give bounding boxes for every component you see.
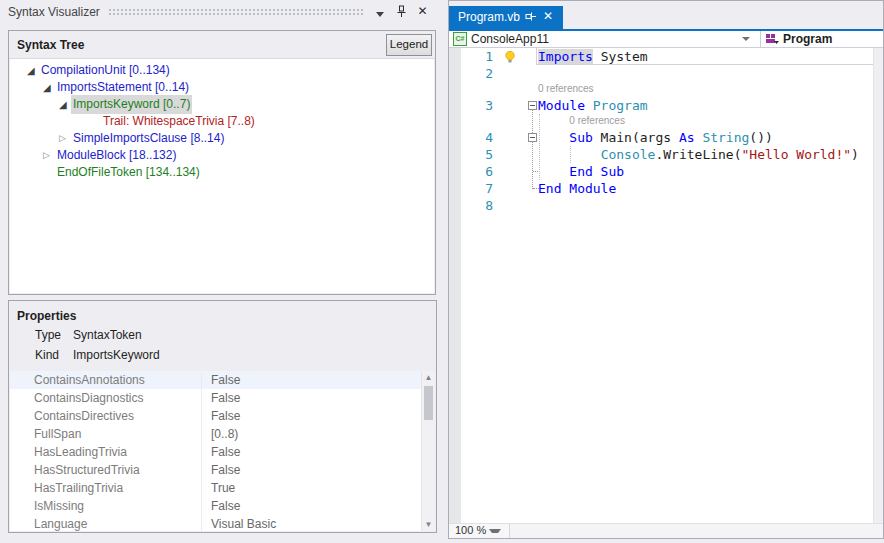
code-lines: 1Imports System20 references3Module Prog… [449,48,874,214]
member-dropdown[interactable]: Program [761,31,883,47]
line-number: 4 [449,129,501,146]
outlining-margin [527,180,538,197]
scroll-down-icon[interactable]: ▼ [422,520,435,529]
property-row[interactable]: HasStructuredTriviaFalse [10,461,435,479]
tree-node[interactable]: ▷ModuleBlock [18..132) [10,147,434,164]
tree-node-label: Trail: WhitespaceTrivia [7..8) [103,114,255,129]
window-position-button[interactable] [372,3,389,20]
legend-button[interactable]: Legend [386,34,432,56]
glyph-margin [501,146,527,163]
property-value: False [201,371,240,389]
pin-icon [525,11,536,24]
collapse-icon[interactable]: ◢ [59,97,71,112]
scroll-up-icon[interactable]: ▲ [422,373,435,382]
editor-bottom-bar: 100 % [449,523,883,538]
codelens-references[interactable]: 0 references [538,82,874,97]
collapse-icon[interactable]: ◢ [27,63,39,78]
editor-horizontal-scrollbar[interactable] [510,524,883,538]
member-name: Program [783,32,832,46]
line-number: 1 [449,48,501,65]
property-value: False [201,389,240,407]
code-line[interactable]: 3Module Program [449,97,874,114]
type-label: Type [35,328,61,342]
editor-vertical-scrollbar[interactable] [873,48,883,524]
code-text: End Module [538,180,616,197]
properties-scrollbar[interactable]: ▲ ▼ [421,371,435,531]
glyph-margin [501,129,527,146]
tree-node[interactable]: EndOfFileToken [134..134) [10,164,434,181]
code-line[interactable]: 2 [449,65,874,82]
type-row: Type SyntaxToken [35,328,61,342]
pin-icon [396,5,407,18]
tree-node-label: ModuleBlock [18..132) [57,148,176,163]
tab-pin-button[interactable] [525,11,536,24]
tree-node[interactable]: ◢ImportsKeyword [0..7) [10,96,434,113]
property-value: True [201,479,235,497]
code-editor[interactable]: 1Imports System20 references3Module Prog… [449,48,874,524]
zoom-control[interactable]: 100 % [449,524,510,538]
property-row[interactable]: ContainsDirectivesFalse [10,407,435,425]
code-line[interactable]: 8 [449,197,874,214]
project-dropdown[interactable]: C# ConsoleApp11 [449,31,761,47]
property-name: FullSpan [34,425,81,443]
property-name: HasLeadingTrivia [34,443,127,461]
toolwindow-title: Syntax Visualizer [8,5,100,19]
property-row[interactable]: HasTrailingTriviaTrue [10,479,435,497]
properties-grid[interactable]: ContainsAnnotationsFalseContainsDiagnost… [10,371,435,531]
outlining-margin [527,48,538,65]
tree-node-label: ImportsKeyword [0..7) [73,97,190,112]
properties-grid-rows: ContainsAnnotationsFalseContainsDiagnost… [10,371,435,531]
collapse-region-box[interactable] [528,101,537,110]
close-button[interactable]: ✕ [414,3,431,20]
close-icon: ✕ [417,4,427,18]
property-row[interactable]: ContainsDiagnosticsFalse [10,389,435,407]
line-number: 7 [449,180,501,197]
code-line[interactable]: 7End Module [449,180,874,197]
tab-close-button[interactable]: ✕ [543,9,553,23]
code-line[interactable]: 6 End Sub [449,163,874,180]
property-value: False [201,461,240,479]
tree-node[interactable]: ▷SimpleImportsClause [8..14) [10,130,434,147]
property-name: ContainsDiagnostics [34,389,143,407]
glyph-margin [501,197,527,214]
tree-node[interactable]: ◢ImportsStatement [0..14) [10,79,434,96]
toolwindow-titlebar[interactable]: Syntax Visualizer ✕ [0,0,443,23]
codelens-references[interactable]: 0 references [569,114,874,129]
property-value: False [201,497,240,515]
glyph-margin [501,48,527,65]
outlining-margin [527,146,538,163]
close-icon: ✕ [543,9,553,23]
collapse-icon[interactable]: ◢ [43,80,55,95]
code-line[interactable]: 1Imports System [449,48,874,65]
property-row[interactable]: IsMissingFalse [10,497,435,515]
property-value: False [201,407,240,425]
property-row[interactable]: HasLeadingTriviaFalse [10,443,435,461]
expand-icon[interactable]: ▷ [59,131,71,146]
scrollbar-thumb[interactable] [424,386,433,420]
property-name: ContainsAnnotations [34,371,145,389]
code-text: Imports System [538,48,648,65]
glyph-margin [501,180,527,197]
property-name: Language [34,515,87,531]
properties-title: Properties [17,309,76,323]
collapse-region-box[interactable] [528,133,537,142]
syntax-tree-list[interactable]: ◢CompilationUnit [0..134)◢ImportsStateme… [10,59,434,293]
property-row[interactable]: LanguageVisual Basic [10,515,435,531]
tree-node[interactable]: Trail: WhitespaceTrivia [7..8) [10,113,434,130]
lightbulb-icon[interactable] [504,50,516,64]
property-row[interactable]: FullSpan[0..8) [10,425,435,443]
tree-node[interactable]: ◢CompilationUnit [0..134) [10,62,434,79]
line-number: 6 [449,163,501,180]
expand-icon[interactable]: ▷ [43,148,55,163]
properties-panel: Properties Type SyntaxToken Kind Imports… [8,300,437,533]
property-row[interactable]: ContainsAnnotationsFalse [10,371,435,389]
outlining-margin [527,197,538,214]
outlining-margin [527,65,538,82]
code-line[interactable]: 5 Console.WriteLine("Hello World!") [449,146,874,163]
tab-program-vb[interactable]: Program.vb ✕ [449,6,563,29]
property-name: HasTrailingTrivia [34,479,123,497]
outlining-margin [527,129,538,146]
project-name: ConsoleApp11 [471,32,549,46]
pin-button[interactable] [393,3,410,20]
code-line[interactable]: 4 Sub Main(args As String()) [449,129,874,146]
